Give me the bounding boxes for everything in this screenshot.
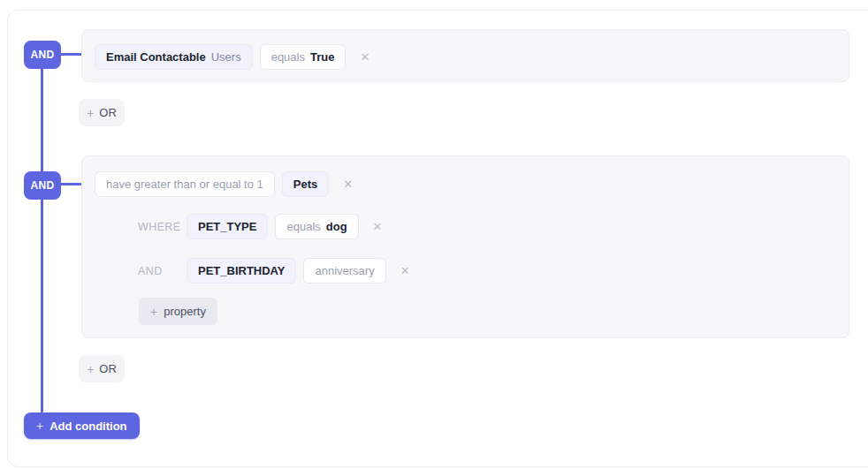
connector-line-group-2 bbox=[60, 183, 82, 185]
property-name: Email Contactable bbox=[106, 50, 206, 64]
add-or-button-group-2[interactable]: + OR bbox=[79, 355, 125, 382]
condition-box-group-1: Email Contactable Users equals True ✕ bbox=[81, 29, 849, 82]
close-icon[interactable]: ✕ bbox=[373, 221, 383, 232]
entity-name: Pets bbox=[293, 178, 317, 191]
plus-icon: + bbox=[36, 420, 43, 432]
plus-icon: + bbox=[150, 306, 157, 318]
add-property-button[interactable]: + property bbox=[139, 298, 217, 325]
operator-value: True bbox=[310, 50, 334, 64]
add-property-row: + property bbox=[139, 298, 217, 325]
or-button-label: OR bbox=[99, 362, 117, 375]
or-button-label: OR bbox=[99, 106, 117, 119]
condition-connector-vertical-line bbox=[41, 55, 43, 412]
operator-value-chip[interactable]: equals True bbox=[260, 44, 346, 70]
group-2-operator-badge[interactable]: AND bbox=[24, 171, 61, 200]
plus-icon: + bbox=[87, 363, 94, 375]
condition-row: have greater than or equal to 1 Pets ✕ bbox=[95, 171, 353, 197]
sub-condition-row: WHERE PET_TYPE equals dog ✕ bbox=[138, 214, 383, 239]
property-chip-pet-birthday[interactable]: PET_BIRTHDAY bbox=[187, 258, 296, 284]
close-icon[interactable]: ✕ bbox=[343, 178, 353, 190]
sub-condition-row: AND PET_BIRTHDAY anniversary ✕ bbox=[138, 258, 410, 284]
operator-value-chip[interactable]: equals dog bbox=[275, 214, 358, 239]
property-chip-pet-type[interactable]: PET_TYPE bbox=[187, 214, 268, 239]
close-icon[interactable]: ✕ bbox=[400, 265, 410, 276]
operator-label: equals bbox=[271, 50, 305, 64]
group-1-operator-badge[interactable]: AND bbox=[24, 41, 61, 69]
condition-box-group-2: have greater than or equal to 1 Pets ✕ W… bbox=[81, 155, 849, 338]
value-placeholder: anniversary bbox=[315, 264, 374, 277]
where-connector-label: WHERE bbox=[138, 221, 179, 233]
plus-icon: + bbox=[87, 107, 94, 119]
property-entity-type: Users bbox=[211, 50, 241, 64]
quantifier-placeholder: have greater than or equal to 1 bbox=[106, 178, 263, 191]
operator-value: dog bbox=[326, 220, 347, 233]
operator-label: equals bbox=[286, 220, 320, 233]
add-condition-button[interactable]: + Add condition bbox=[24, 412, 140, 439]
add-property-label: property bbox=[164, 305, 206, 318]
add-condition-label: Add condition bbox=[49, 420, 126, 433]
entity-chip-pets[interactable]: Pets bbox=[282, 171, 329, 197]
property-name: PET_BIRTHDAY bbox=[198, 264, 285, 277]
value-placeholder-chip[interactable]: anniversary bbox=[303, 258, 385, 284]
and-connector-label: AND bbox=[138, 265, 179, 277]
property-name: PET_TYPE bbox=[198, 220, 256, 233]
quantifier-chip[interactable]: have greater than or equal to 1 bbox=[95, 171, 275, 197]
add-or-button-group-1[interactable]: + OR bbox=[79, 99, 125, 126]
connector-line-group-1 bbox=[60, 53, 82, 56]
close-icon[interactable]: ✕ bbox=[360, 51, 369, 63]
property-chip-email-contactable[interactable]: Email Contactable Users bbox=[95, 44, 253, 70]
condition-row: Email Contactable Users equals True ✕ bbox=[95, 44, 369, 70]
